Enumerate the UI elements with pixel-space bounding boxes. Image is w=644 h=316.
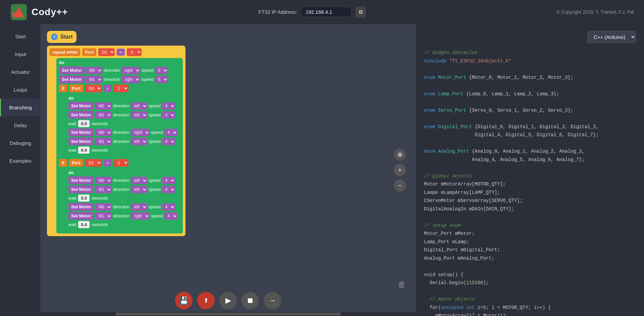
canvas-area[interactable]: ? Start repeat while Port D2 = 0 do [40, 24, 416, 316]
motor-m0-select-5[interactable]: M0 [95, 203, 112, 211]
speed-4-select-2[interactable]: 4 [162, 111, 175, 119]
dir-left-select-1[interactable]: left [131, 102, 147, 110]
code-comment-motor-obj: // motor objects [424, 297, 475, 302]
val1-select-if1[interactable]: 1 [114, 85, 128, 92]
if2-motor-m1-right: Set Motor M1 direction right speed 4 [68, 212, 177, 220]
dir-label-7: direction [113, 178, 129, 183]
code-include-path: "ft_ESP32_IOobjects.h" [449, 58, 512, 64]
if2-motor-m0-left2: Set Motor M0 direction left speed 4 [68, 203, 177, 211]
ip-input[interactable] [301, 7, 352, 17]
canvas-scrollbar[interactable] [40, 312, 416, 316]
dir-right-select-2[interactable]: right [121, 76, 140, 83]
speed-4-select-7[interactable]: 4 [162, 203, 175, 211]
motor-m1-select-1[interactable]: M1 [86, 76, 102, 83]
code-enum-analog-type: Analog_Port [438, 149, 469, 154]
sidebar-item-branching[interactable]: Branching [0, 99, 40, 116]
target-button[interactable]: ⊕ [394, 149, 406, 161]
repeat-while-row: repeat while Port D2 = 0 [50, 48, 183, 56]
code-include-keyword: #include [424, 58, 446, 64]
speed-label-10: speed [151, 213, 163, 218]
copyright: © Copyright 2019, T. Tränkel, F.J. Pal [556, 9, 634, 15]
port-d2-select[interactable]: D2 [98, 48, 115, 56]
code-enum-digital-type: Digital_Port [438, 124, 472, 129]
logo-text: Cody++ [32, 7, 68, 17]
val0-select[interactable]: 0 [127, 48, 142, 56]
speed-6-select-2[interactable]: 6 [155, 76, 168, 83]
logo-icon [10, 3, 28, 21]
dir-label-2: direction [104, 77, 120, 82]
motor-m0-select-1[interactable]: M0 [86, 67, 102, 74]
sidebar-item-start[interactable]: Start [0, 28, 40, 45]
sidebar-item-debugging[interactable]: Debuging [0, 134, 40, 152]
code-global-lamp: Lampe mLampArray[LAMP_QTY]; [424, 190, 500, 195]
main: Start Input Actuator Loops Branching Del… [0, 24, 644, 316]
code-setup-digital-port: Digital_Port mDigital_Port; [424, 247, 500, 253]
speed-6-select-1[interactable]: 6 [155, 67, 168, 74]
wait-unit-1: seconds [92, 121, 108, 126]
dir-left-select-3[interactable]: left [131, 138, 147, 145]
motor-m0-select-3[interactable]: M0 [95, 129, 112, 136]
zoom-in-button[interactable]: + [394, 164, 406, 176]
set-motor-label-4: Set Motor [68, 111, 94, 119]
delete-button[interactable]: 🗑 [398, 280, 406, 289]
port-label-main: Port [82, 48, 96, 56]
motor-m1-select-4[interactable]: M1 [95, 186, 112, 193]
next-button[interactable]: → [264, 292, 281, 309]
speed-4-select-5[interactable]: 4 [162, 177, 175, 184]
dir-label-9: direction [113, 204, 129, 209]
do-label-if2: do [68, 170, 177, 175]
code-comment-global: // global objects [424, 173, 472, 179]
wait-unit-3: seconds [92, 196, 108, 201]
port-d1-select[interactable]: D1 [85, 159, 102, 167]
motor-m0-select-2[interactable]: M0 [95, 102, 112, 110]
help-icon[interactable]: ? [51, 34, 58, 40]
wait-row-4: wait 0.4 seconds [68, 221, 177, 228]
wait-row-1: wait 0.5 seconds [68, 120, 177, 127]
if1-do-block: do Set Motor M0 direction left speed 4 [66, 94, 180, 157]
code-setup-lamp-port: Lamp_Port mLamp; [424, 239, 469, 245]
if-row-1: if Port D0 = 1 [59, 85, 180, 92]
copy-button[interactable]: ⧉ [356, 6, 366, 18]
dir-left-select-2[interactable]: left [131, 111, 147, 119]
sidebar-item-actuator[interactable]: Actuator [0, 63, 40, 81]
upload-button[interactable]: ⬆ [197, 292, 215, 309]
port-label-if1: Port [69, 85, 83, 92]
dir-label-10: direction [113, 213, 129, 218]
speed-4-select-8[interactable]: 4 [164, 212, 177, 220]
speed-4-select-4[interactable]: 4 [162, 138, 175, 145]
sidebar-item-examples[interactable]: Examples [0, 152, 40, 170]
dir-left-select-4[interactable]: left [131, 177, 147, 184]
speed-label-1: speed [142, 68, 153, 73]
motor-m1-select-2[interactable]: M1 [95, 111, 112, 119]
sidebar-item-loops[interactable]: Loops [0, 81, 40, 99]
start-label: Start [60, 34, 72, 40]
dir-right-select-1[interactable]: right [121, 67, 140, 74]
wait-row-3: wait 0.5 seconds [68, 195, 177, 202]
speed-4-select-6[interactable]: 4 [162, 186, 175, 193]
dir-left-select-6[interactable]: left [131, 203, 147, 211]
save-button[interactable]: 💾 [175, 292, 193, 309]
play-button[interactable]: ▶ [219, 292, 237, 309]
wait-unit-4: seconds [92, 222, 108, 227]
start-block: ? Start [47, 31, 76, 43]
wait-label-4: wait [68, 222, 76, 227]
sidebar-item-delay[interactable]: Delay [0, 116, 40, 134]
code-panel: C++ (Arduino) // Dodges obstacles #inclu… [416, 24, 644, 316]
wait-unit-2: seconds [92, 148, 108, 153]
speed-4-select-3[interactable]: 4 [164, 129, 177, 136]
speed-4-select-1[interactable]: 4 [162, 102, 175, 110]
port-d0-select[interactable]: D0 [85, 85, 102, 92]
language-select[interactable]: C++ (Arduino) [587, 31, 636, 43]
dir-left-select-5[interactable]: left [131, 186, 147, 193]
motor-m0-select-4[interactable]: M0 [95, 177, 112, 184]
dir-right-select-3[interactable]: right [131, 129, 150, 136]
dir-right-select-4[interactable]: right [131, 212, 150, 220]
stop-button[interactable]: ⏹ [241, 292, 259, 309]
zoom-out-button[interactable]: − [394, 179, 406, 192]
val1-select-if2[interactable]: 1 [114, 159, 128, 167]
bottom-toolbar: 💾 ⬆ ▶ ⏹ → [175, 292, 281, 309]
sidebar-item-input[interactable]: Input [0, 45, 40, 63]
motor-m1-select-3[interactable]: M1 [95, 138, 112, 145]
motor-m1-select-5[interactable]: M1 [95, 212, 112, 220]
code-for-loop: for(unsigned int i=0; i < MOTOR_QTY; i++… [424, 305, 551, 310]
